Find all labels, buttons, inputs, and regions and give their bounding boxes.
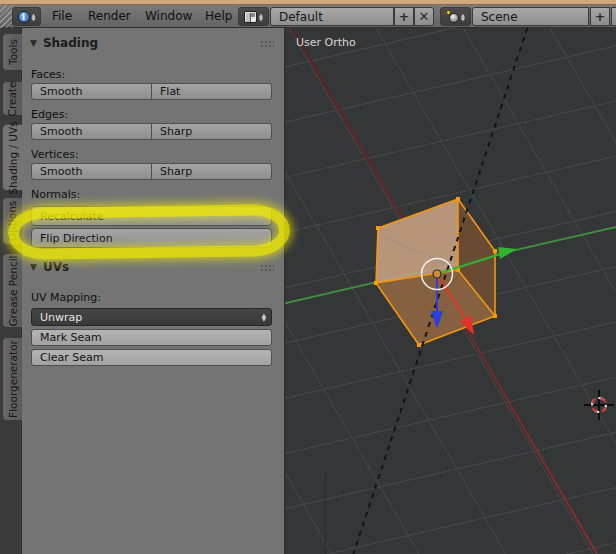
uv-unwrap-dropdown[interactable]: Unwrap ▲▼	[31, 308, 272, 326]
vertices-label: Vertices:	[31, 148, 79, 161]
sidebar-tab-grease-pencil[interactable]: Grease Pencil	[2, 253, 22, 328]
3d-cursor-ring	[589, 395, 609, 415]
normals-label: Normals:	[31, 188, 80, 201]
close-layout-button[interactable]: ✕	[414, 7, 434, 26]
close-scene-button[interactable]: ✕	[611, 7, 616, 26]
screen-layout-selector[interactable]: ▲▼	[238, 7, 269, 26]
editor-type-selector[interactable]: i ▲▼	[12, 7, 41, 26]
add-layout-button[interactable]: +	[394, 7, 414, 26]
corner-resize-grip[interactable]	[0, 5, 12, 28]
menu-window[interactable]: Window	[145, 9, 192, 23]
sidebar-tab-floorgenerator[interactable]: Floorgenerator	[2, 337, 22, 421]
uv-mapping-label: UV Mapping:	[31, 291, 101, 304]
sidebar-tab-tools[interactable]: Tools	[2, 33, 22, 71]
view-orientation-label: User Ortho	[296, 36, 356, 49]
menu-render[interactable]: Render	[88, 9, 131, 23]
sidebar-tab-create[interactable]: Create	[2, 81, 22, 116]
edges-smooth-button[interactable]: Smooth	[31, 123, 152, 140]
manipulator-x-arrowhead[interactable]	[460, 315, 474, 335]
sidebar-tab-options[interactable]: Options	[2, 197, 22, 245]
screen-layout-icon	[244, 11, 257, 23]
mark-seam-button[interactable]: Mark Seam	[31, 329, 272, 346]
faces-smooth-button[interactable]: Smooth	[31, 83, 152, 100]
blender-window: i ▲▼ File Render Window Help ▲▼ Default …	[0, 0, 616, 554]
flip-direction-button[interactable]: Flip Direction	[31, 228, 272, 248]
transform-manipulator[interactable]	[285, 28, 616, 554]
3d-viewport[interactable]: User Ortho	[285, 28, 616, 554]
vertices-sharp-button[interactable]: Sharp	[152, 163, 272, 180]
vertices-smooth-button[interactable]: Smooth	[31, 163, 152, 180]
dropdown-value: Unwrap	[40, 311, 82, 324]
scene-selector[interactable]: ▲▼	[440, 7, 471, 26]
object-origin-dot	[433, 270, 441, 278]
panel-title: Shading	[43, 36, 98, 50]
scene-icon	[446, 10, 459, 23]
sidebar-tab-shading-uvs[interactable]: Shading / UVs	[2, 124, 23, 191]
menu-file[interactable]: File	[52, 9, 72, 23]
toolshelf-tab-strip: Tools Create Shading / UVs Options Greas…	[0, 28, 22, 554]
spinner-arrows-icon: ▲▼	[262, 313, 266, 322]
edges-label: Edges:	[31, 108, 68, 121]
screen-layout-name-field[interactable]: Default	[270, 7, 394, 26]
add-scene-button[interactable]: +	[590, 7, 610, 26]
3d-cursor[interactable]	[584, 390, 614, 420]
recalculate-normals-button[interactable]: Recalculate	[31, 206, 272, 226]
faces-label: Faces:	[31, 68, 65, 81]
manipulator-z-arrowhead[interactable]	[431, 311, 443, 329]
spinner-arrows-icon: ▲▼	[32, 13, 36, 21]
uvs-panel-header[interactable]: ▼ UVs	[30, 260, 69, 274]
info-header-bar: i ▲▼ File Render Window Help ▲▼ Default …	[0, 5, 616, 28]
info-icon: i	[18, 11, 30, 23]
panel-drag-dots-icon[interactable]	[260, 264, 274, 273]
collapse-triangle-icon: ▼	[30, 262, 37, 272]
clear-seam-button[interactable]: Clear Seam	[31, 349, 272, 366]
toolshelf-panel: ▼ Shading Faces: Smooth Flat Edges: Smoo…	[22, 28, 285, 554]
panel-drag-dots-icon[interactable]	[260, 40, 274, 49]
manipulator-y-arrowhead[interactable]	[498, 247, 517, 259]
collapse-triangle-icon: ▼	[30, 38, 37, 48]
panel-title: UVs	[43, 260, 69, 274]
faces-flat-button[interactable]: Flat	[152, 83, 272, 100]
menu-help[interactable]: Help	[205, 9, 232, 23]
edges-sharp-button[interactable]: Sharp	[152, 123, 272, 140]
spinner-arrows-icon: ▲▼	[259, 13, 263, 21]
shading-panel-header[interactable]: ▼ Shading	[30, 36, 98, 50]
scene-name-field[interactable]: Scene	[472, 7, 589, 26]
spinner-arrows-icon: ▲▼	[461, 13, 465, 21]
